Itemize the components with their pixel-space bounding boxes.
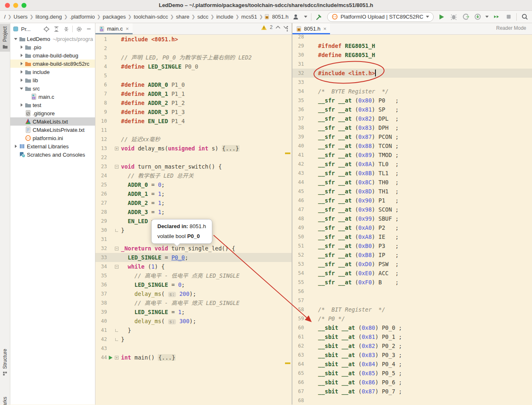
tree-item-lib[interactable]: lib	[10, 76, 95, 84]
breadcrumb-item[interactable]: mcs51	[240, 14, 258, 20]
code-line-34[interactable]: 34/* BYTE Register */	[292, 87, 532, 96]
code-line-42[interactable]: 42}	[95, 335, 292, 344]
profiler-icon[interactable]	[461, 13, 470, 21]
code-line-42[interactable]: 42__sfr __at (0x8A) TL0 ;	[292, 160, 532, 169]
breadcrumb-item[interactable]: toolchain-sdcc	[133, 14, 169, 20]
tree-item-leddemo[interactable]: LedDemo~/projects/progra	[10, 35, 95, 43]
fold-collapse-icon[interactable]: −	[115, 265, 119, 269]
code-line-44[interactable]: 44__sfr __at (0x8C) TH0 ;	[292, 178, 532, 187]
settings-gear-icon[interactable]	[75, 25, 83, 33]
expand-all-icon[interactable]	[52, 25, 60, 33]
code-line-50[interactable]: 50__sfr __at (0xA8) IE ;	[292, 232, 532, 241]
breadcrumb-item[interactable]: sdcc	[197, 14, 209, 20]
code-line-36[interactable]: 36 LED_SINGLE = 0;	[95, 280, 292, 289]
tool-window-tab-structure[interactable]: Structure	[0, 346, 10, 379]
code-line-26[interactable]: 26 ADDR_1 = 1;	[95, 189, 292, 198]
tree-item-cmake-build-debug[interactable]: cmake-build-debug	[10, 51, 95, 60]
code-line-39[interactable]: 39 LED_SINGLE = 1;	[95, 307, 292, 317]
tree-item-test[interactable]: test	[10, 101, 95, 109]
breadcrumb-item[interactable]: 8051.h	[271, 14, 290, 20]
code-line-11[interactable]: 11	[95, 126, 292, 135]
breadcrumb-item[interactable]: /	[3, 14, 7, 20]
coverage-caret-icon[interactable]	[485, 16, 489, 18]
tree-item-platformio-ini[interactable]: platformio.ini	[10, 134, 95, 142]
code-line-41[interactable]: 41__sfr __at (0x89) TMOD ;	[292, 150, 532, 160]
debug-icon[interactable]	[449, 13, 458, 21]
prev-issue-chevron-icon[interactable]	[276, 26, 280, 29]
zoom-window-button[interactable]	[21, 3, 26, 8]
breadcrumb-item[interactable]: share	[175, 14, 190, 20]
tree-item--gitignore[interactable]: .gitignore	[10, 109, 95, 117]
code-editor-8051-h[interactable]: 2829#ifndef REG8051_H30#define REG8051_H…	[292, 35, 532, 405]
tool-window-tab-project[interactable]: Project	[0, 24, 10, 52]
user-account-caret-icon[interactable]	[304, 16, 307, 18]
code-line-56[interactable]: 56	[292, 287, 532, 296]
chevron-right-icon[interactable]	[19, 79, 24, 82]
code-line-8[interactable]: 8#define ADDR_2 P1_2	[95, 98, 292, 107]
code-line-29[interactable]: 29#ifndef REG8051_H	[292, 41, 532, 50]
user-account-icon[interactable]	[292, 13, 300, 21]
code-line-45[interactable]: 45__sfr __at (0x8D) TH1 ;	[292, 187, 532, 196]
code-line-48[interactable]: 48__sfr __at (0x99) SBUF ;	[292, 214, 532, 223]
fold-expand-icon[interactable]: +	[115, 356, 119, 360]
change-marker[interactable]	[285, 362, 290, 364]
collapse-all-icon[interactable]	[62, 25, 70, 33]
tool-window-tab-bookmarks[interactable]: arks	[0, 394, 10, 405]
code-line-4[interactable]: 4#define LED_SINGLE P0_0	[95, 62, 292, 71]
search-everywhere-icon[interactable]	[520, 13, 529, 21]
editor-tab-main-c[interactable]: c main.c ×	[95, 23, 133, 34]
code-line-35[interactable]: 35__sfr __at (0x80) P0 ;	[292, 96, 532, 105]
code-line-46[interactable]: 46__sfr __at (0x90) P1 ;	[292, 196, 532, 205]
breadcrumb-item[interactable]: litong.deng	[35, 14, 63, 20]
chevron-right-icon[interactable]	[19, 45, 24, 49]
hide-panel-icon[interactable]	[85, 25, 93, 33]
code-line-3[interactable]: 3// 声明 LED, P0_0 为教学板子上最右侧的 LED2	[95, 53, 292, 62]
inspection-widget[interactable]: 2	[261, 24, 288, 30]
tree-item-main-c[interactable]: cmain.c	[10, 93, 95, 101]
code-line-7[interactable]: 7#define ADDR_1 P1_1	[95, 89, 292, 98]
code-line-57[interactable]: 57	[292, 296, 532, 305]
code-line-40[interactable]: 40 delay_ms( s: 300);	[95, 317, 292, 326]
code-line-30[interactable]: 30#define REG8051_H	[292, 50, 532, 60]
code-line-54[interactable]: 54__sfr __at (0xE0) ACC ;	[292, 269, 532, 278]
code-line-53[interactable]: 53__sfr __at (0xD0) PSW ;	[292, 260, 532, 269]
close-tab-icon[interactable]: ×	[126, 26, 129, 32]
code-line-38[interactable]: 38__sfr __at (0x83) DPH ;	[292, 123, 532, 132]
code-line-1[interactable]: 1#include <8051.h>	[95, 35, 292, 44]
code-line-44[interactable]: 44+int main() {...}	[95, 353, 292, 362]
attach-to-process-icon[interactable]	[492, 13, 501, 21]
build-hammer-icon[interactable]	[315, 13, 323, 21]
editor-tab-8051-h[interactable]: H 8051.h ×	[292, 23, 330, 34]
code-line-28[interactable]: 28 ADDR_3 = 1;	[95, 207, 292, 217]
code-line-62[interactable]: 62__sbit __at (0x82) P0_2 ;	[292, 341, 532, 350]
code-line-47[interactable]: 47__sfr __at (0x98) SCON ;	[292, 205, 532, 214]
code-line-22[interactable]: 22	[95, 153, 292, 162]
fold-collapse-icon[interactable]: −	[115, 247, 119, 250]
tree-item-scratches-and-consoles[interactable]: Scratches and Consoles	[10, 150, 95, 159]
symbol-link[interactable]: P0_0	[171, 254, 185, 261]
chevron-right-icon[interactable]	[19, 103, 24, 107]
code-line-32[interactable]: 32−_Noreturn void turn_single_led() {	[95, 244, 292, 253]
code-line-43[interactable]: 43	[95, 344, 292, 353]
stop-icon[interactable]	[504, 13, 513, 21]
code-line-63[interactable]: 63__sbit __at (0x83) P0_3 ;	[292, 350, 532, 360]
code-line-39[interactable]: 39__sfr __at (0x87) PCON ;	[292, 132, 532, 141]
breadcrumb-item[interactable]: packages	[102, 14, 127, 20]
close-tab-icon[interactable]: ×	[323, 26, 327, 32]
project-panel-title[interactable]: Pr...	[21, 26, 31, 32]
code-line-31[interactable]: 31	[292, 60, 532, 69]
reader-mode-badge[interactable]: Reader Mode	[496, 25, 526, 31]
coverage-icon[interactable]	[473, 13, 482, 21]
code-line-32[interactable]: 32#include <lint.h>	[292, 69, 532, 78]
code-line-36[interactable]: 36__sfr __at (0x81) SP ;	[292, 105, 532, 114]
chevron-right-icon[interactable]	[19, 70, 24, 74]
tree-item--pio[interactable]: .pio	[10, 43, 95, 51]
code-line-61[interactable]: 61__sbit __at (0x81) P0_1 ;	[292, 332, 532, 341]
code-line-55[interactable]: 55__sfr __at (0xF0) B ;	[292, 278, 532, 287]
breadcrumb-item[interactable]: .platformio	[69, 14, 96, 20]
tree-item-cmakelistsprivate-txt[interactable]: CMakeListsPrivate.txt	[10, 126, 95, 134]
code-line-23[interactable]: 23−void turn_on_master_switch() {	[95, 162, 292, 171]
code-line-13[interactable]: 13+void delay_ms(unsigned int s) {...}	[95, 144, 292, 153]
code-line-41[interactable]: 41 }	[95, 326, 292, 335]
code-line-34[interactable]: 34− while (1) {	[95, 262, 292, 271]
